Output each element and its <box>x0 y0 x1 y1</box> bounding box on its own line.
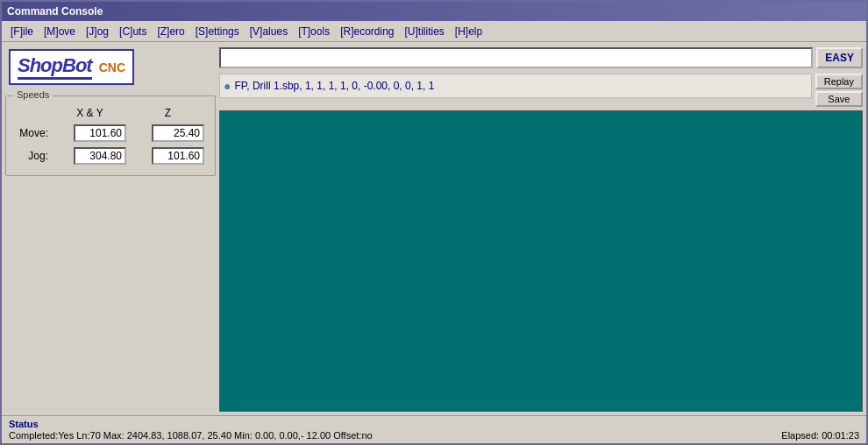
logo-underline <box>18 77 92 80</box>
z-header: Z <box>130 105 206 121</box>
logo-box: ShopBot CNC <box>9 49 134 85</box>
menu-jog[interactable]: [J]og <box>81 24 114 39</box>
empty-cell <box>15 105 50 121</box>
jog-xy-cell <box>52 145 128 166</box>
jog-z-cell <box>130 145 206 166</box>
menu-cuts[interactable]: [C]uts <box>114 24 152 39</box>
xy-header: X & Y <box>52 105 128 121</box>
right-panel: EASY ● FP, Drill 1.sbp, 1, 1, 1, 1, 0, -… <box>219 42 866 415</box>
cmd-line-display-area: ● FP, Drill 1.sbp, 1, 1, 1, 1, 0, -0.00,… <box>219 74 812 98</box>
status-bar: Status Completed:Yes Ln:70 Max: 2404.83,… <box>2 415 866 443</box>
move-xy-input[interactable] <box>74 124 126 142</box>
action-buttons: Replay Save <box>815 74 863 107</box>
second-row-wrapper: ● FP, Drill 1.sbp, 1, 1, 1, 1, 0, -0.00,… <box>219 74 863 107</box>
replay-button[interactable]: Replay <box>815 74 863 89</box>
move-xy-cell <box>52 123 128 144</box>
speeds-table: X & Y Z Move: Jog: <box>13 103 208 168</box>
menu-tools[interactable]: [T]ools <box>293 24 335 39</box>
menu-move[interactable]: [M]ove <box>39 24 81 39</box>
logo-area: ShopBot CNC <box>5 46 216 92</box>
logo-cnc: CNC <box>99 60 125 74</box>
menu-bar: [F]ile [M]ove [J]og [C]uts [Z]ero [S]ett… <box>2 21 866 42</box>
elapsed-text: Elapsed: 00:01:23 <box>781 430 859 441</box>
top-row: EASY <box>219 46 863 70</box>
menu-utilities[interactable]: [U]tilities <box>400 24 450 39</box>
title-bar: Command Console <box>2 2 866 21</box>
jog-xy-input[interactable] <box>74 147 126 165</box>
move-z-input[interactable] <box>152 124 204 142</box>
easy-button[interactable]: EASY <box>816 47 863 68</box>
bullet-icon: ● <box>224 79 231 93</box>
jog-z-input[interactable] <box>152 147 204 165</box>
menu-file[interactable]: [F]ile <box>5 24 39 39</box>
move-label: Move: <box>15 123 50 144</box>
status-text: Completed:Yes Ln:70 Max: 2404.83, 1088.0… <box>9 430 373 441</box>
window-title: Command Console <box>7 5 103 18</box>
move-z-cell <box>130 123 206 144</box>
status-row: Completed:Yes Ln:70 Max: 2404.83, 1088.0… <box>9 430 859 441</box>
save-button[interactable]: Save <box>815 91 863 107</box>
main-content: ShopBot CNC Speeds X & Y Z Move: <box>2 42 866 415</box>
status-label: Status <box>9 419 859 429</box>
speeds-legend: Speeds <box>13 89 53 100</box>
command-input[interactable] <box>219 47 813 68</box>
menu-zero[interactable]: [Z]ero <box>152 24 189 39</box>
canvas-area <box>219 110 863 412</box>
menu-settings[interactable]: [S]ettings <box>190 24 245 39</box>
menu-help[interactable]: [H]elp <box>450 24 487 39</box>
logo-shopbot: ShopBot <box>18 54 92 80</box>
speeds-group: Speeds X & Y Z Move: <box>5 95 216 176</box>
left-panel: ShopBot CNC Speeds X & Y Z Move: <box>2 42 219 415</box>
cmd-line-text: FP, Drill 1.sbp, 1, 1, 1, 1, 0, -0.00, 0… <box>234 80 807 92</box>
window-frame: Command Console [F]ile [M]ove [J]og [C]u… <box>0 0 868 445</box>
jog-label: Jog: <box>15 145 50 166</box>
menu-recording[interactable]: [R]ecording <box>335 24 399 39</box>
menu-values[interactable]: [V]alues <box>245 24 293 39</box>
